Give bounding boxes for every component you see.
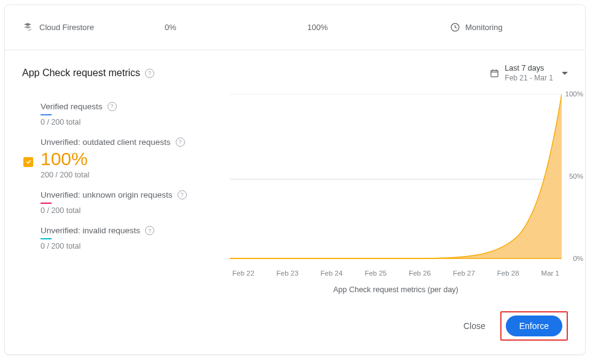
header-row: Cloud Firestore 0% 100% Monitoring	[5, 5, 585, 50]
x-tick: Feb 24	[321, 269, 343, 277]
help-icon[interactable]: ?	[108, 102, 117, 111]
x-tick: Feb 22	[232, 269, 254, 277]
legend-column: Verified requests ? 0 / 200 total Unveri…	[22, 94, 222, 294]
chart-caption: App Check request metrics (per day)	[230, 285, 562, 294]
y-tick-0: 0%	[573, 255, 583, 262]
product-col: Cloud Firestore	[22, 22, 165, 33]
series-swatch-invalid	[41, 238, 52, 239]
legend-item-unknown[interactable]: Unverified: unknown origin requests ? 0 …	[22, 185, 222, 221]
x-axis-labels: Feb 22 Feb 23 Feb 24 Feb 25 Feb 26 Feb 2…	[230, 269, 562, 277]
pct0-col: 0%	[165, 23, 307, 32]
page-title: App Check request metrics	[22, 68, 140, 79]
legend-stat-outdated: 200 / 200 total	[41, 171, 222, 179]
calendar-icon	[489, 68, 500, 79]
legend-stat-unknown: 0 / 200 total	[41, 206, 222, 215]
product-name: Cloud Firestore	[39, 23, 94, 32]
legend-item-verified[interactable]: Verified requests ? 0 / 200 total	[22, 97, 222, 133]
date-range-value: Feb 21 - Mar 1	[505, 74, 553, 83]
help-icon[interactable]: ?	[145, 226, 154, 235]
close-button[interactable]: Close	[461, 316, 488, 336]
chevron-down-icon	[562, 72, 568, 75]
x-tick: Feb 27	[453, 269, 475, 277]
chart-area: 100% 50% 0%	[230, 94, 562, 265]
series-swatch-unknown	[41, 203, 52, 204]
x-tick: Feb 26	[409, 269, 431, 277]
legend-title-outdated: Unverified: outdated client requests	[41, 137, 171, 147]
legend-title-unknown: Unverified: unknown origin requests	[41, 190, 173, 199]
legend-title-invalid: Unverified: invalid requests	[41, 226, 140, 235]
clock-icon	[450, 22, 460, 33]
pct100-col: 100%	[307, 23, 450, 32]
series-swatch-verified	[41, 114, 52, 115]
legend-stat-verified: 0 / 200 total	[41, 118, 222, 126]
legend-item-invalid[interactable]: Unverified: invalid requests ? 0 / 200 t…	[22, 221, 222, 257]
x-tick: Feb 25	[364, 269, 387, 277]
app-check-metrics-card: Cloud Firestore 0% 100% Monitoring App C…	[4, 4, 586, 355]
help-icon[interactable]: ?	[178, 190, 187, 199]
state-label: Monitoring	[465, 23, 503, 32]
legend-title-verified: Verified requests	[41, 102, 103, 111]
enforce-highlight: Enforce	[500, 311, 568, 341]
legend-checkbox-outdated[interactable]	[23, 157, 33, 167]
date-range-label: Last 7 days	[505, 64, 553, 74]
enforce-button[interactable]: Enforce	[506, 316, 562, 336]
x-tick: Feb 23	[277, 269, 299, 277]
chart-column: 100% 50% 0% Feb 22 Feb 23 Feb 24 Fe	[230, 94, 568, 294]
help-icon[interactable]: ?	[176, 137, 185, 147]
footer-actions: Close Enforce	[5, 300, 585, 354]
y-tick-50: 50%	[569, 172, 583, 180]
x-tick: Mar 1	[541, 269, 559, 277]
x-tick: Feb 28	[497, 269, 519, 277]
legend-value-outdated: 100%	[41, 150, 222, 168]
help-icon[interactable]: ?	[145, 69, 154, 78]
y-tick-100: 100%	[565, 90, 583, 98]
firestore-icon	[22, 22, 33, 33]
state-col: Monitoring	[450, 22, 568, 33]
chart-svg	[230, 94, 562, 265]
date-range-picker[interactable]: Last 7 days Feb 21 - Mar 1	[489, 64, 568, 83]
svg-rect-1	[491, 70, 498, 77]
legend-item-outdated[interactable]: Unverified: outdated client requests ? 1…	[22, 133, 222, 185]
legend-stat-invalid: 0 / 200 total	[41, 242, 222, 250]
